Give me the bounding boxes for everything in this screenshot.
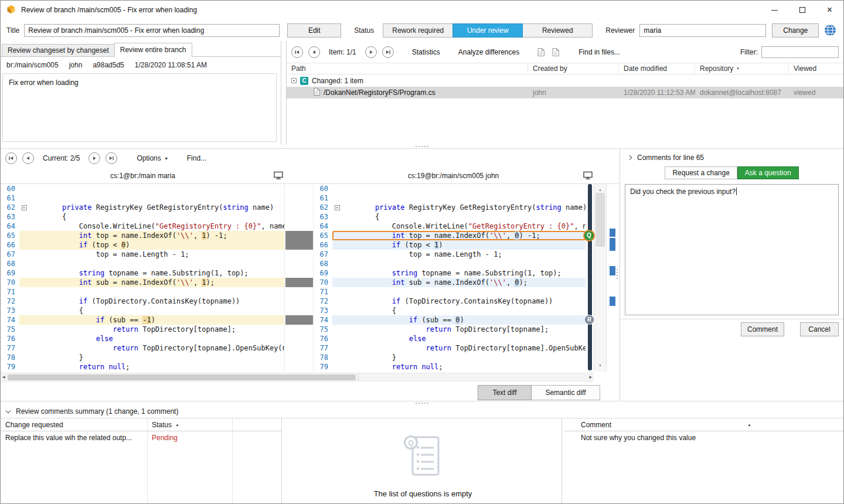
code-line[interactable]: 76 else (1, 334, 284, 343)
minimize-button[interactable] (761, 1, 788, 19)
file-repository: dokannet@localhost:8087 (695, 88, 789, 97)
comment-cancel-button[interactable]: Cancel (800, 322, 839, 336)
column-date-modified[interactable]: Date modified (619, 63, 695, 74)
collapse-summary-icon[interactable] (6, 408, 11, 413)
window-title: Review of branch /main/scm005 - Fix erro… (21, 6, 197, 14)
semantic-diff-button[interactable]: Semantic diff (532, 385, 600, 400)
file-created-by: john (528, 88, 619, 97)
next-item-button[interactable] (365, 46, 377, 58)
request-change-button[interactable]: Request a change (665, 166, 737, 179)
change-request-row[interactable]: Replace this value wih the related outp.… (1, 431, 281, 444)
column-repository-label: Repository (700, 64, 733, 73)
code-line[interactable]: 61 (1, 193, 284, 203)
code-line[interactable]: 63 { (1, 212, 284, 222)
status-under-review-button[interactable]: Under review (452, 23, 523, 38)
scroll-right-icon[interactable]: ▸ (589, 374, 592, 380)
column-created-by[interactable]: Created by (528, 63, 619, 74)
maximize-left-pane-icon[interactable] (274, 171, 283, 180)
code-text: int top = name.IndexOf('\\', 1) -1; (29, 231, 284, 240)
code-line[interactable]: 73 { (1, 306, 284, 315)
statistics-button[interactable]: Statistics (412, 48, 440, 56)
change-reviewer-button[interactable]: Change (772, 23, 819, 38)
code-line[interactable]: 65 int top = name.IndexOf('\\', 1) -1; (1, 231, 284, 240)
vertical-scroll-thumb[interactable] (595, 193, 605, 247)
collapse-panel-icon[interactable] (627, 155, 632, 160)
code-line[interactable]: 75 return TopDirectory[topname]; (1, 325, 284, 334)
globe-icon[interactable] (823, 24, 836, 37)
code-line[interactable]: 66 if (top < 0) (1, 240, 284, 250)
column-change-requested[interactable]: Change requested (1, 421, 63, 429)
status-segmented-control: Rework required Under review Reviewed (383, 23, 593, 38)
maximize-right-pane-icon[interactable] (583, 171, 593, 180)
diff-connector (285, 184, 313, 372)
comment-submit-button[interactable]: Comment (741, 322, 784, 336)
tab-review-entire-branch[interactable]: Review entire branch (114, 43, 192, 57)
code-line[interactable]: 69 string topname = name.Substring(1, to… (1, 268, 284, 278)
options-dropdown[interactable]: Options▾ (137, 154, 167, 162)
diff-connector-block (285, 306, 313, 315)
fold-collapse-icon[interactable]: - (22, 205, 27, 210)
column-status[interactable]: Status▲ (152, 421, 179, 429)
collapse-group-icon[interactable]: - (291, 78, 297, 83)
column-viewed[interactable]: Viewed (789, 63, 843, 74)
edit-button[interactable]: Edit (287, 23, 341, 38)
last-difference-button[interactable] (106, 152, 117, 164)
scroll-left-icon[interactable]: ◂ (2, 374, 5, 380)
text-diff-button[interactable]: Text diff (478, 385, 532, 400)
prev-file-diff-icon[interactable] (536, 48, 546, 56)
file-row[interactable]: /DokanNet/RegistoryFS/Program.cs john 1/… (287, 87, 843, 98)
comment-row[interactable]: Not sure why you changed this value (564, 431, 843, 444)
status-reviewed-button[interactable]: Reviewed (522, 23, 593, 38)
code-line[interactable]: 74 if (sub == -1) (1, 315, 284, 325)
vertical-splitter[interactable] (617, 269, 618, 279)
comments-list-header: Comment ▲ (564, 418, 843, 431)
comment-badge-q[interactable]: Q (583, 230, 595, 241)
code-line[interactable]: 64 Console.WriteLine("GetRegistoryEntry … (1, 222, 284, 231)
column-path[interactable]: Path (287, 63, 528, 74)
branch-description-field[interactable]: Fix error when loading (2, 73, 277, 142)
scroll-down-icon[interactable]: ▾ (594, 361, 606, 370)
analyze-differences-button[interactable]: Analyze differences (458, 48, 520, 56)
first-difference-button[interactable] (5, 152, 17, 164)
comment-text-area[interactable]: Did you check the previous input? (625, 184, 839, 315)
diff-mode-switch: Text diff Semantic diff (1, 383, 619, 402)
find-button[interactable]: Find... (187, 154, 206, 162)
code-line[interactable]: 67 top = name.Length - 1; (1, 250, 284, 259)
code-line[interactable]: 62- private RegistryKey GetRegistoryEntr… (1, 203, 284, 212)
previous-item-button[interactable] (308, 46, 320, 58)
window-controls: × (761, 1, 843, 19)
title-input[interactable] (24, 24, 280, 37)
last-item-button[interactable] (382, 46, 394, 58)
changed-badge-icon: C (300, 77, 308, 85)
code-line[interactable]: 79 return null; (1, 362, 284, 372)
code-line[interactable]: 68 (1, 259, 284, 268)
code-line[interactable]: 78 } (1, 353, 284, 362)
next-difference-button[interactable] (89, 152, 100, 164)
code-line[interactable]: 60 (1, 184, 284, 193)
tab-review-changeset-by-changeset[interactable]: Review changeset by changeset (2, 44, 115, 57)
diff-connector-block (285, 287, 313, 297)
comment-badge-r[interactable]: R (584, 315, 594, 325)
diff-vertical-scrollbar[interactable]: ▴ ▾ (594, 184, 607, 372)
code-line[interactable]: 70 int sub = name.IndexOf('\\', 1); (1, 278, 284, 287)
changed-group-row[interactable]: - C Changed: 1 item (287, 74, 843, 87)
ask-question-button[interactable]: Ask a question (737, 166, 799, 179)
first-item-button[interactable] (291, 46, 303, 58)
reviewer-input[interactable] (639, 24, 766, 37)
filter-input[interactable] (761, 46, 839, 58)
find-in-files-button[interactable]: Find in files... (578, 48, 620, 56)
close-button[interactable]: × (816, 1, 843, 19)
column-status-label: Status (152, 421, 172, 429)
diff-connector-block (285, 203, 313, 212)
horizontal-scroll-thumb[interactable] (8, 374, 356, 380)
previous-difference-button[interactable] (22, 152, 34, 164)
code-line[interactable]: 72 if (TopDirectory.ContainsKey(topname)… (1, 297, 284, 306)
diff-horizontal-scrollbar[interactable]: ◂ ▸ (1, 373, 594, 382)
column-comment[interactable]: Comment (581, 421, 611, 429)
next-file-diff-icon[interactable] (551, 48, 560, 56)
status-rework-required-button[interactable]: Rework required (383, 23, 453, 38)
code-line[interactable]: 77 return TopDirectory[topname].OpenSubK… (1, 343, 284, 353)
maximize-button[interactable] (788, 1, 816, 19)
code-line[interactable]: 71 (1, 287, 284, 297)
column-repository[interactable]: Repository▾ (695, 63, 789, 74)
